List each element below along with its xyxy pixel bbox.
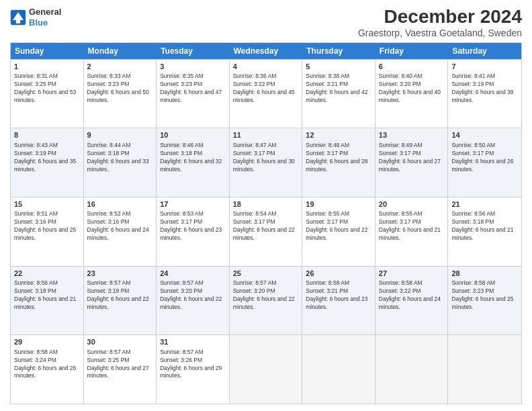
day-number: 22 [14, 269, 80, 279]
day-cell-9: 9 Sunrise: 8:44 AM Sunset: 3:18 PM Dayli… [84, 128, 157, 197]
sunset-label: Sunset: 3:20 PM [379, 81, 421, 87]
daylight-label: Daylight: 6 hours and 27 minutes. [87, 365, 149, 379]
sunset-label: Sunset: 3:17 PM [451, 150, 494, 156]
sunset-label: Sunset: 3:20 PM [160, 287, 202, 294]
sunset-label: Sunset: 3:22 PM [379, 287, 421, 294]
logo-text: General Blue [29, 7, 61, 28]
daylight-label: Daylight: 6 hours and 29 minutes. [160, 365, 222, 379]
sunset-label: Sunset: 3:17 PM [160, 218, 202, 225]
sunrise-label: Sunrise: 8:52 AM [87, 210, 131, 217]
daylight-label: Daylight: 6 hours and 24 minutes. [87, 226, 149, 241]
day-cell-8: 8 Sunrise: 8:43 AM Sunset: 3:19 PM Dayli… [11, 128, 84, 197]
sunset-label: Sunset: 3:25 PM [14, 81, 56, 87]
sunrise-label: Sunrise: 8:36 AM [233, 73, 277, 79]
sunrise-label: Sunrise: 8:35 AM [160, 73, 204, 79]
day-number: 26 [306, 269, 371, 279]
day-number: 6 [379, 62, 445, 72]
day-number: 3 [160, 62, 226, 72]
daylight-label: Daylight: 6 hours and 24 minutes. [379, 295, 441, 310]
sunrise-label: Sunrise: 8:58 AM [306, 279, 349, 286]
daylight-label: Daylight: 6 hours and 42 minutes. [306, 89, 367, 103]
sunset-label: Sunset: 3:17 PM [233, 218, 275, 225]
day-number: 15 [14, 199, 80, 210]
daylight-label: Daylight: 6 hours and 35 minutes. [14, 158, 76, 173]
daylight-label: Daylight: 6 hours and 22 minutes. [160, 295, 222, 310]
sunrise-label: Sunrise: 8:57 AM [160, 349, 204, 355]
sunset-label: Sunset: 3:21 PM [306, 287, 348, 294]
sunrise-label: Sunrise: 8:57 AM [87, 349, 131, 355]
day-cell-27: 27 Sunrise: 8:58 AM Sunset: 3:22 PM Dayl… [375, 267, 449, 335]
sunset-label: Sunset: 3:21 PM [306, 81, 348, 87]
day-cell-18: 18 Sunrise: 8:54 AM Sunset: 3:17 PM Dayl… [230, 197, 303, 266]
day-cell-4: 4 Sunrise: 8:36 AM Sunset: 3:22 PM Dayli… [230, 60, 303, 128]
day-number: 13 [379, 130, 445, 140]
sunrise-label: Sunrise: 8:57 AM [87, 279, 131, 286]
empty-cell [448, 335, 521, 404]
daylight-label: Daylight: 6 hours and 30 minutes. [233, 158, 295, 173]
sunrise-label: Sunrise: 8:55 AM [379, 210, 423, 217]
daylight-label: Daylight: 6 hours and 22 minutes. [306, 226, 367, 241]
sunrise-label: Sunrise: 8:48 AM [306, 142, 349, 148]
sunrise-label: Sunrise: 8:49 AM [379, 142, 423, 148]
sunset-label: Sunset: 3:17 PM [379, 150, 421, 156]
day-number: 23 [87, 269, 153, 279]
sunset-label: Sunset: 3:18 PM [160, 150, 202, 156]
header-day-tuesday: Tuesday [157, 43, 230, 59]
sunset-label: Sunset: 3:17 PM [306, 218, 348, 225]
sunrise-label: Sunrise: 8:56 AM [451, 210, 495, 217]
sunrise-label: Sunrise: 8:54 AM [233, 210, 277, 217]
daylight-label: Daylight: 6 hours and 21 minutes. [451, 226, 513, 241]
day-cell-22: 22 Sunrise: 8:56 AM Sunset: 3:18 PM Dayl… [11, 267, 84, 335]
day-number: 9 [87, 130, 153, 140]
day-cell-26: 26 Sunrise: 8:58 AM Sunset: 3:21 PM Dayl… [302, 267, 375, 335]
header-day-friday: Friday [375, 43, 449, 59]
week-row-1: 1 Sunrise: 8:31 AM Sunset: 3:25 PM Dayli… [11, 59, 521, 128]
daylight-label: Daylight: 6 hours and 33 minutes. [87, 158, 149, 173]
calendar-body: 1 Sunrise: 8:31 AM Sunset: 3:25 PM Dayli… [11, 59, 521, 404]
day-cell-20: 20 Sunrise: 8:55 AM Sunset: 3:17 PM Dayl… [375, 197, 449, 266]
sunrise-label: Sunrise: 8:58 AM [451, 279, 495, 286]
sunrise-label: Sunrise: 8:56 AM [14, 279, 58, 286]
day-cell-16: 16 Sunrise: 8:52 AM Sunset: 3:16 PM Dayl… [84, 197, 157, 266]
day-cell-15: 15 Sunrise: 8:51 AM Sunset: 3:16 PM Dayl… [11, 197, 84, 266]
day-number: 17 [160, 199, 226, 210]
daylight-label: Daylight: 6 hours and 45 minutes. [233, 89, 295, 103]
header-day-saturday: Saturday [448, 43, 521, 59]
logo: General Blue [10, 7, 61, 28]
sunset-label: Sunset: 3:16 PM [87, 218, 130, 225]
sunset-label: Sunset: 3:26 PM [160, 357, 202, 363]
daylight-label: Daylight: 6 hours and 25 minutes. [14, 226, 76, 241]
sunrise-label: Sunrise: 8:41 AM [451, 73, 495, 79]
day-number: 16 [87, 199, 153, 210]
day-number: 1 [14, 62, 80, 72]
svg-rect-2 [16, 20, 20, 24]
sunset-label: Sunset: 3:23 PM [87, 81, 130, 87]
empty-cell [230, 335, 303, 404]
day-number: 5 [306, 62, 371, 72]
week-row-3: 15 Sunrise: 8:51 AM Sunset: 3:16 PM Dayl… [11, 197, 521, 266]
daylight-label: Daylight: 6 hours and 22 minutes. [233, 295, 295, 310]
week-row-5: 29 Sunrise: 8:58 AM Sunset: 3:24 PM Dayl… [11, 334, 521, 404]
sunset-label: Sunset: 3:19 PM [87, 287, 130, 294]
sunrise-label: Sunrise: 8:40 AM [379, 73, 423, 79]
sunrise-label: Sunrise: 8:44 AM [87, 142, 131, 148]
sunset-label: Sunset: 3:19 PM [14, 150, 56, 156]
day-cell-5: 5 Sunrise: 8:38 AM Sunset: 3:21 PM Dayli… [302, 60, 375, 128]
day-cell-19: 19 Sunrise: 8:55 AM Sunset: 3:17 PM Dayl… [302, 197, 375, 266]
day-cell-23: 23 Sunrise: 8:57 AM Sunset: 3:19 PM Dayl… [84, 267, 157, 335]
day-number: 12 [306, 130, 371, 140]
day-cell-14: 14 Sunrise: 8:50 AM Sunset: 3:17 PM Dayl… [448, 128, 521, 197]
daylight-label: Daylight: 6 hours and 26 minutes. [451, 158, 513, 173]
sunset-label: Sunset: 3:20 PM [233, 287, 275, 294]
day-cell-2: 2 Sunrise: 8:33 AM Sunset: 3:23 PM Dayli… [84, 60, 157, 128]
sunset-label: Sunset: 3:18 PM [451, 218, 494, 225]
sunrise-label: Sunrise: 8:38 AM [306, 73, 349, 79]
day-number: 10 [160, 130, 226, 140]
daylight-label: Daylight: 6 hours and 23 minutes. [306, 295, 367, 310]
sunrise-label: Sunrise: 8:57 AM [160, 279, 204, 286]
sunrise-label: Sunrise: 8:46 AM [160, 142, 204, 148]
day-cell-13: 13 Sunrise: 8:49 AM Sunset: 3:17 PM Dayl… [375, 128, 449, 197]
calendar-header: SundayMondayTuesdayWednesdayThursdayFrid… [11, 43, 521, 59]
day-number: 24 [160, 269, 226, 279]
daylight-label: Daylight: 6 hours and 27 minutes. [379, 158, 441, 173]
